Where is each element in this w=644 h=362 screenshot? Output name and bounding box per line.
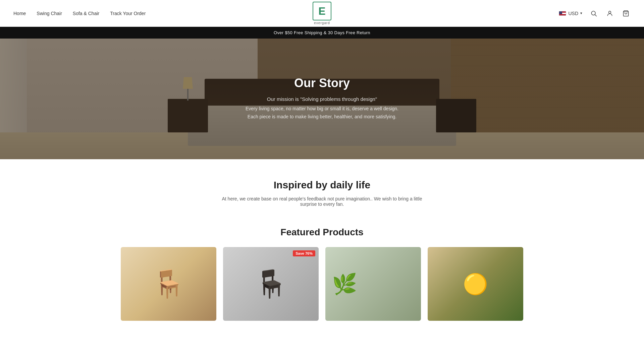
inspired-desc: At here, we create base on real people's…	[221, 196, 423, 207]
hero-content: Our Story Our mission is "Solving proble…	[0, 39, 644, 159]
logo-box: E	[313, 2, 331, 20]
product-card-2[interactable]: Save 76%	[223, 247, 319, 321]
header: Home Swing Chair Sofa & Chair Track Your…	[0, 0, 644, 27]
product-image-4	[428, 247, 523, 321]
user-icon	[606, 10, 613, 17]
hero-desc1: Every living space, no matter how big or…	[246, 106, 398, 111]
currency-code: USD	[568, 11, 578, 16]
product-card-4[interactable]	[428, 247, 523, 321]
search-button[interactable]	[589, 9, 598, 18]
hero-desc2: Each piece is made to make living better…	[248, 114, 396, 119]
product-image-3	[325, 247, 421, 321]
cart-icon	[623, 10, 629, 17]
product-card-1[interactable]	[121, 247, 216, 321]
cart-button[interactable]	[621, 9, 631, 18]
featured-section: Featured Products Save 76%	[0, 220, 644, 334]
search-icon	[590, 10, 597, 17]
featured-title: Featured Products	[13, 227, 631, 238]
product-image-2	[223, 247, 319, 321]
nav-track-order[interactable]: Track Your Order	[110, 11, 146, 16]
promo-text: Over $50 Free Shipping & 30 Days Free Re…	[274, 30, 370, 35]
nav-sofa-chair[interactable]: Sofa & Chair	[73, 11, 99, 16]
currency-selector[interactable]: USD ▾	[559, 11, 582, 16]
hero-mission: Our mission is "Solving problems through…	[267, 96, 377, 102]
flag-icon	[559, 11, 566, 16]
nav-swing-chair[interactable]: Swing Chair	[37, 11, 62, 16]
hero-title: Our Story	[294, 76, 350, 90]
save-badge: Save 76%	[293, 250, 315, 256]
chevron-down-icon: ▾	[580, 11, 582, 15]
products-grid: Save 76%	[121, 247, 523, 321]
brand-name: exergard	[314, 21, 330, 25]
nav-left: Home Swing Chair Sofa & Chair Track Your…	[13, 11, 146, 16]
inspired-title: Inspired by daily life	[13, 179, 631, 191]
svg-point-2	[609, 11, 611, 13]
nav-right: USD ▾	[559, 9, 631, 18]
product-image-1	[121, 247, 216, 321]
nav-home[interactable]: Home	[13, 11, 26, 16]
promo-banner: Over $50 Free Shipping & 30 Days Free Re…	[0, 27, 644, 39]
svg-line-1	[595, 14, 597, 16]
logo-letter: E	[318, 6, 325, 16]
inspired-section: Inspired by daily life At here, we creat…	[0, 159, 644, 220]
account-button[interactable]	[605, 9, 614, 18]
logo[interactable]: E exergard	[313, 2, 331, 25]
hero-section: Our Story Our mission is "Solving proble…	[0, 39, 644, 159]
product-card-3[interactable]	[325, 247, 421, 321]
